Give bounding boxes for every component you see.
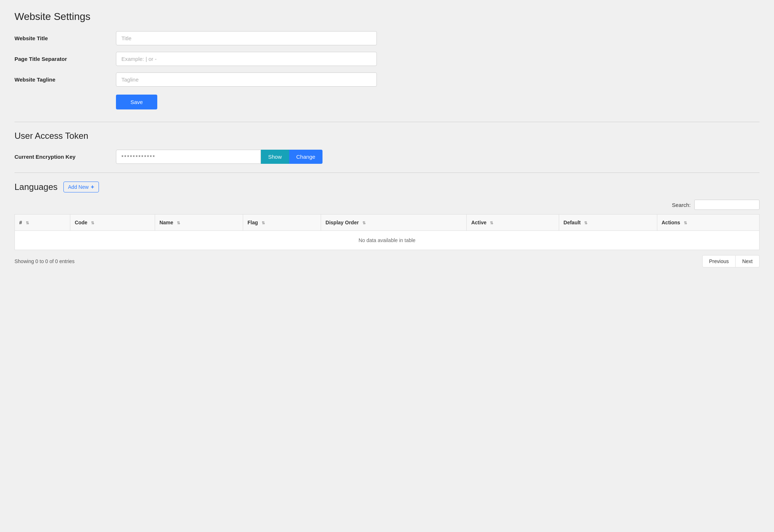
sort-icon-code: ⇅ <box>91 221 94 225</box>
col-actions[interactable]: Actions ⇅ <box>657 215 759 231</box>
website-title-input[interactable] <box>116 31 377 45</box>
encryption-input-group: Show Change <box>116 150 322 164</box>
table-footer: Showing 0 to 0 of 0 entries Previous Nex… <box>14 255 760 267</box>
page-title-separator-label: Page Title Separator <box>14 56 116 62</box>
header-row: # ⇅ Code ⇅ Name ⇅ Flag ⇅ <box>15 215 760 231</box>
col-number[interactable]: # ⇅ <box>15 215 70 231</box>
page-title-separator-row: Page Title Separator <box>14 52 760 66</box>
search-row: Search: <box>14 200 760 210</box>
sort-icon-number: ⇅ <box>26 221 29 225</box>
user-access-token-section: User Access Token Current Encryption Key… <box>14 131 760 164</box>
col-number-label: # <box>19 220 22 225</box>
encryption-key-input[interactable] <box>116 150 261 164</box>
website-tagline-row: Website Tagline <box>14 72 760 87</box>
col-flag[interactable]: Flag ⇅ <box>243 215 321 231</box>
col-default-label: Default <box>563 220 580 225</box>
sort-icon-active: ⇅ <box>490 221 493 225</box>
col-flag-label: Flag <box>247 220 258 225</box>
search-label: Search: <box>672 202 691 208</box>
website-title-label: Website Title <box>14 35 116 41</box>
page-title: Website Settings <box>14 11 760 22</box>
languages-title: Languages <box>14 182 58 192</box>
col-display-order-label: Display Order <box>325 220 359 225</box>
col-name[interactable]: Name ⇅ <box>155 215 243 231</box>
col-name-label: Name <box>159 220 173 225</box>
col-code-label: Code <box>75 220 87 225</box>
divider-2 <box>14 173 760 173</box>
user-access-token-title: User Access Token <box>14 131 760 141</box>
website-tagline-input[interactable] <box>116 72 377 87</box>
previous-button[interactable]: Previous <box>702 255 736 267</box>
sort-icon-flag: ⇅ <box>262 221 265 225</box>
search-input[interactable] <box>694 200 760 210</box>
table-body: No data available in table <box>15 231 760 250</box>
col-active-label: Active <box>471 220 486 225</box>
languages-header: Languages Add New + <box>14 182 760 192</box>
change-button[interactable]: Change <box>289 150 323 164</box>
showing-text: Showing 0 to 0 of 0 entries <box>14 258 75 264</box>
website-settings-section: Website Settings Website Title Page Titl… <box>14 11 760 113</box>
sort-icon-name: ⇅ <box>177 221 180 225</box>
sort-icon-actions: ⇅ <box>684 221 687 225</box>
encryption-key-label: Current Encryption Key <box>14 154 116 160</box>
languages-table: # ⇅ Code ⇅ Name ⇅ Flag ⇅ <box>14 214 760 250</box>
website-title-row: Website Title <box>14 31 760 45</box>
encryption-key-row: Current Encryption Key Show Change <box>14 150 760 164</box>
add-new-label: Add New <box>68 184 89 190</box>
col-actions-label: Actions <box>662 220 680 225</box>
sort-icon-default: ⇅ <box>584 221 587 225</box>
plus-icon: + <box>91 184 94 190</box>
next-button[interactable]: Next <box>736 255 760 267</box>
pagination: Previous Next <box>702 255 760 267</box>
col-active[interactable]: Active ⇅ <box>467 215 559 231</box>
sort-icon-display-order: ⇅ <box>362 221 366 225</box>
page-container: Website Settings Website Title Page Titl… <box>0 0 774 532</box>
col-display-order[interactable]: Display Order ⇅ <box>321 215 467 231</box>
no-data-cell: No data available in table <box>15 231 760 250</box>
col-code[interactable]: Code ⇅ <box>70 215 155 231</box>
divider-1 <box>14 122 760 122</box>
no-data-row: No data available in table <box>15 231 760 250</box>
add-new-button[interactable]: Add New + <box>63 182 99 192</box>
col-default[interactable]: Default ⇅ <box>559 215 657 231</box>
languages-section: Languages Add New + Search: # ⇅ Code ⇅ <box>14 182 760 267</box>
table-header: # ⇅ Code ⇅ Name ⇅ Flag ⇅ <box>15 215 760 231</box>
save-button[interactable]: Save <box>116 95 157 109</box>
page-title-separator-input[interactable] <box>116 52 377 66</box>
show-button[interactable]: Show <box>261 150 289 164</box>
website-tagline-label: Website Tagline <box>14 76 116 83</box>
